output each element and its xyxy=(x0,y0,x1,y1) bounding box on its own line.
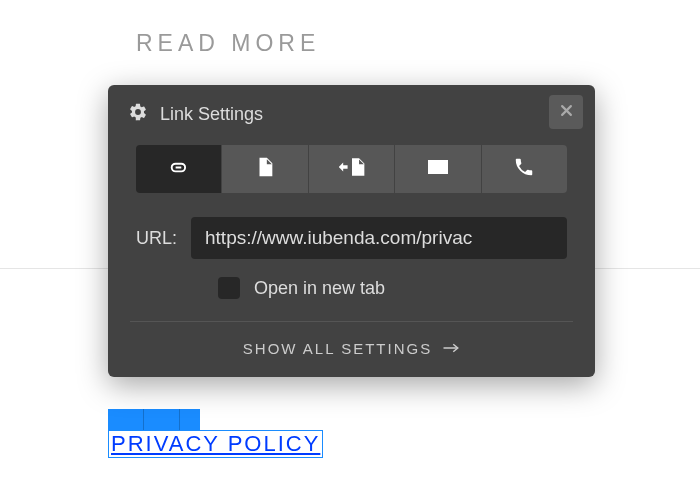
close-button[interactable] xyxy=(549,95,583,129)
open-new-tab-label: Open in new tab xyxy=(254,278,385,299)
page-icon xyxy=(254,156,276,182)
url-field-row: URL: xyxy=(136,217,567,259)
show-all-label: SHOW ALL SETTINGS xyxy=(243,340,432,357)
popup-header: Link Settings xyxy=(108,85,595,145)
tab-anchor[interactable] xyxy=(309,145,395,193)
toolbar-segment[interactable] xyxy=(144,409,180,430)
open-new-tab-checkbox[interactable] xyxy=(218,277,240,299)
show-all-settings-button[interactable]: SHOW ALL SETTINGS xyxy=(108,322,595,377)
toolbar-segment[interactable] xyxy=(180,409,200,430)
read-more-label: READ MORE xyxy=(136,30,320,57)
selection-toolbar xyxy=(108,409,200,430)
url-label: URL: xyxy=(136,228,177,249)
arrow-right-icon xyxy=(442,340,460,357)
link-settings-popup: Link Settings xyxy=(108,85,595,377)
popup-title: Link Settings xyxy=(160,104,263,125)
tab-page[interactable] xyxy=(222,145,308,193)
url-input[interactable] xyxy=(191,217,567,259)
tab-phone[interactable] xyxy=(482,145,567,193)
open-new-tab-row: Open in new tab xyxy=(136,277,567,299)
phone-icon xyxy=(513,156,535,182)
close-icon xyxy=(559,103,574,122)
tab-url[interactable] xyxy=(136,145,222,193)
toolbar-segment[interactable] xyxy=(108,409,144,430)
privacy-policy-link[interactable]: PRIVACY POLICY xyxy=(108,430,323,458)
tab-email[interactable] xyxy=(395,145,481,193)
email-icon xyxy=(426,155,450,183)
link-type-tabs xyxy=(136,145,567,193)
link-icon xyxy=(167,156,190,183)
anchor-link-icon xyxy=(337,156,367,182)
gear-icon xyxy=(128,102,148,126)
